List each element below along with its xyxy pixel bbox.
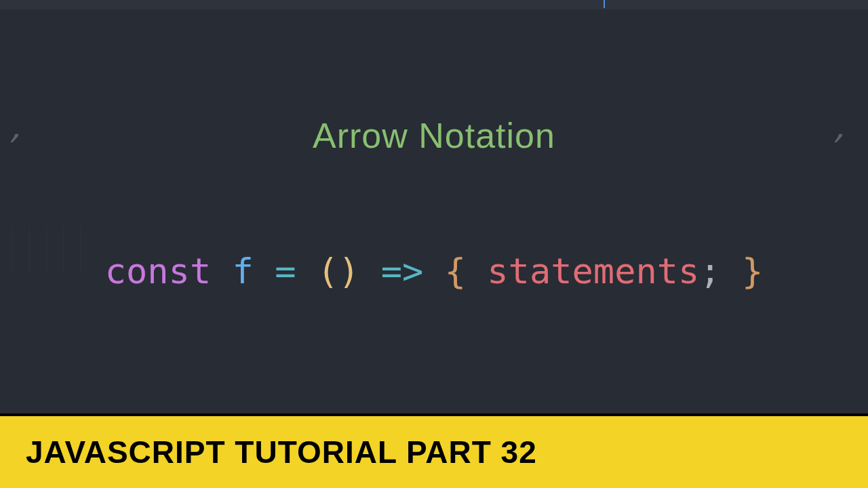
token-brace-open: { <box>445 251 466 291</box>
token-arrow: => <box>381 251 424 291</box>
token-statements: statements <box>487 251 699 291</box>
top-band <box>0 0 868 9</box>
cursor-mark <box>604 0 605 8</box>
token-semicolon: ; <box>699 251 720 291</box>
token-assign: = <box>275 251 296 291</box>
token-brace-close: } <box>742 251 763 291</box>
token-parens: () <box>317 251 360 291</box>
footer-banner-text: JAVASCRIPT TUTORIAL PART 32 <box>26 434 537 470</box>
footer-banner: JAVASCRIPT TUTORIAL PART 32 <box>0 413 868 488</box>
slide-heading: Arrow Notation <box>0 115 868 156</box>
token-keyword: const <box>105 251 212 291</box>
code-line: const f = () => { statements; } <box>0 251 868 291</box>
token-function-name: f <box>233 251 254 291</box>
